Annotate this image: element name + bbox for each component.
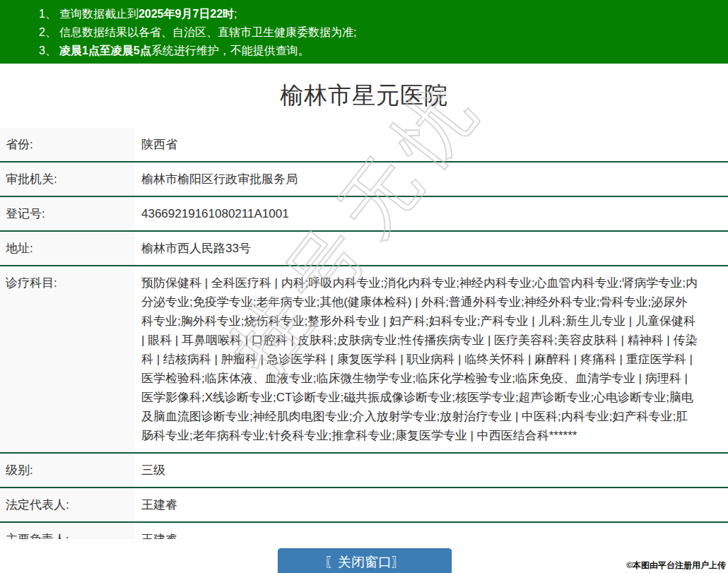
notice-item: 2、信息数据结果以各省、自治区、直辖市卫生健康委数据为准; (39, 23, 728, 42)
notice-text-post: ; (234, 8, 237, 20)
row-value: 预防保健科 | 全科医疗科 | 内科;呼吸内科专业;消化内科专业;神经内科专业;… (134, 266, 728, 452)
table-row: 诊疗科目: 预防保健科 | 全科医疗科 | 内科;呼吸内科专业;消化内科专业;神… (0, 266, 728, 454)
page-root: 1、查询数据截止到2025年9月7日22时; 2、信息数据结果以各省、自治区、直… (0, 0, 728, 539)
table-row: 级别: 三级 (0, 454, 728, 488)
notice-text-pre: 信息数据结果以各省、自治区、直辖市卫生健康委数据为准; (59, 26, 356, 38)
notice-number: 3、 (39, 45, 57, 57)
row-value: 王建睿 (134, 488, 728, 521)
notice-banner: 1、查询数据截止到2025年9月7日22时; 2、信息数据结果以各省、自治区、直… (0, 0, 728, 64)
notice-item: 3、凌晨1点至凌晨5点系统进行维护，不能提供查询。 (39, 42, 728, 60)
row-label: 省份: (0, 128, 134, 161)
details-table: 省份: 陕西省 审批机关: 榆林市榆阳区行政审批服务局 登记号: 4366921… (0, 128, 728, 539)
row-value: 三级 (134, 454, 728, 487)
row-label: 登记号: (0, 197, 134, 230)
notice-number: 2、 (39, 26, 57, 38)
notice-text-bold: 凌晨1点至凌晨5点 (59, 45, 151, 57)
row-label: 级别: (0, 454, 134, 487)
table-row: 地址: 榆林市西人民路33号 (0, 232, 728, 266)
notice-number: 1、 (39, 8, 57, 20)
row-label: 审批机关: (0, 163, 134, 196)
row-label: 诊疗科目: (0, 266, 134, 452)
row-label: 法定代表人: (0, 488, 134, 521)
row-value: 43669219161080211A1001 (134, 197, 728, 230)
row-value: 陕西省 (134, 128, 728, 161)
row-label: 地址: (0, 232, 134, 265)
row-value: 榆林市榆阳区行政审批服务局 (134, 163, 728, 196)
row-value: 榆林市西人民路33号 (134, 232, 728, 265)
hospital-name-title: 榆林市星元医院 (0, 64, 728, 128)
table-row: 审批机关: 榆林市榆阳区行政审批服务局 (0, 163, 728, 197)
notice-text-pre: 查询数据截止到 (59, 8, 139, 20)
copyright-note: ©本图由平台注册用户上传 (626, 560, 726, 572)
notice-item: 1、查询数据截止到2025年9月7日22时; (39, 5, 728, 23)
row-value: 王建睿 (134, 523, 728, 539)
table-row: 登记号: 43669219161080211A1001 (0, 197, 728, 232)
table-row: 法定代表人: 王建睿 (0, 488, 728, 523)
notice-text-bold: 2025年9月7日22时 (139, 8, 234, 20)
row-label: 主要负责人: (0, 523, 134, 539)
table-row: 省份: 陕西省 (0, 128, 728, 163)
notice-text-post: 系统进行维护，不能提供查询。 (151, 45, 310, 57)
close-window-button[interactable]: 〖关闭窗口〗 (278, 548, 452, 573)
table-row: 主要负责人: 王建睿 (0, 523, 728, 539)
